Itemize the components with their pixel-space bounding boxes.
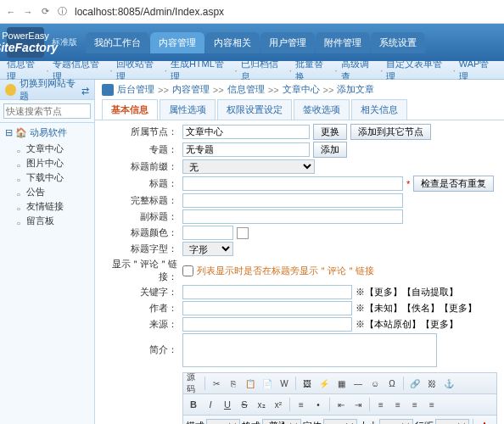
add-button[interactable]: 添加: [313, 142, 347, 158]
ul-icon[interactable]: •: [311, 397, 326, 412]
label-keyword: 关键字：: [102, 286, 182, 298]
node-input[interactable]: [182, 125, 310, 139]
formtab-related[interactable]: 相关信息: [351, 99, 407, 120]
special-icon[interactable]: Ω: [384, 376, 400, 391]
back-icon[interactable]: ←: [5, 6, 17, 18]
bold-icon[interactable]: B: [186, 397, 201, 412]
titlecolor-input[interactable]: [182, 226, 233, 240]
special-input[interactable]: [182, 142, 310, 157]
align-justify-icon[interactable]: ≡: [424, 397, 440, 412]
tab-content-manage[interactable]: 内容管理: [150, 32, 204, 53]
lineheight-select[interactable]: [435, 419, 469, 425]
copy-icon[interactable]: ⎘: [226, 376, 241, 391]
label-subtitle: 副标题：: [102, 210, 182, 223]
sub-icon[interactable]: x₂: [254, 397, 269, 412]
sidebar-header[interactable]: 切换到网站专题 ⇄: [0, 80, 94, 100]
source-actions[interactable]: ※【本站原创】【更多】: [356, 318, 458, 331]
textcolor-icon[interactable]: A: [477, 418, 492, 424]
keyword-input[interactable]: [182, 285, 352, 299]
bc-article[interactable]: 文章中心: [283, 83, 320, 96]
tab-user-manage[interactable]: 用户管理: [260, 32, 315, 53]
align-center-icon[interactable]: ≡: [390, 397, 406, 412]
submenu-survey[interactable]: 高级调查: [341, 58, 378, 83]
bc-info[interactable]: 信息管理: [227, 83, 265, 96]
switch-icon[interactable]: ⇄: [81, 86, 89, 94]
tab-system[interactable]: 系统设置: [371, 32, 425, 53]
ol-icon[interactable]: ≡: [294, 397, 309, 412]
tab-workbench[interactable]: 我的工作台: [86, 32, 149, 53]
checkdup-button[interactable]: 检查是否有重复: [413, 176, 494, 192]
align-right-icon[interactable]: ≡: [407, 397, 423, 412]
source-icon[interactable]: 源码: [186, 376, 201, 391]
main-nav-tabs: 我的工作台 内容管理 内容相关 用户管理 附件管理 系统设置: [86, 32, 425, 53]
tab-content-related[interactable]: 内容相关: [205, 32, 260, 53]
color-swatch[interactable]: [237, 227, 249, 239]
bc-content[interactable]: 内容管理: [172, 83, 210, 96]
hr-icon[interactable]: —: [350, 376, 366, 391]
underline-icon[interactable]: U: [220, 397, 235, 412]
addother-button[interactable]: 添加到其它节点: [350, 124, 431, 140]
tree-download[interactable]: ▫下载中心: [5, 170, 89, 185]
tab-attachment[interactable]: 附件管理: [316, 32, 370, 53]
paste-word-icon[interactable]: W: [277, 376, 292, 391]
tree-root[interactable]: ⊟ 🏠动易软件: [5, 126, 89, 139]
subtitle-input[interactable]: [182, 209, 403, 224]
format-select[interactable]: 普通: [262, 419, 301, 425]
flash-icon[interactable]: ⚡: [316, 376, 332, 391]
submenu-form[interactable]: 自定义表单管理: [386, 58, 450, 83]
submenu-recycle[interactable]: 回收站管理: [116, 58, 161, 83]
reload-icon[interactable]: ⟳: [39, 6, 51, 18]
submenu-wap[interactable]: WAP管理: [459, 58, 497, 83]
align-left-icon[interactable]: ≡: [373, 397, 389, 412]
mode-select[interactable]: [206, 419, 240, 425]
fulltitle-input[interactable]: [182, 193, 403, 208]
submenu-archive[interactable]: 已归档信息: [241, 58, 286, 83]
tree-article[interactable]: ▫文章中心: [5, 142, 89, 156]
tree-image[interactable]: ▫图片中心: [5, 156, 89, 170]
paste-icon[interactable]: 📋: [243, 376, 258, 391]
showcomment-text: 列表显示时是否在标题旁显示＂评论＂链接: [197, 265, 374, 277]
emoji-icon[interactable]: ☺: [367, 376, 383, 391]
formtab-sign[interactable]: 签收选项: [294, 99, 350, 120]
link-icon[interactable]: 🔗: [407, 376, 423, 391]
author-input[interactable]: [182, 301, 352, 315]
font-label: 字体: [303, 420, 322, 425]
paste-text-icon[interactable]: 📄: [260, 376, 275, 391]
source-input[interactable]: [182, 317, 352, 332]
strike-icon[interactable]: S: [237, 397, 252, 412]
author-actions[interactable]: ※【未知】【佚名】【更多】: [356, 302, 477, 315]
submenu-replace[interactable]: 批量替换: [295, 58, 332, 83]
url-input[interactable]: [73, 4, 499, 20]
forward-icon[interactable]: →: [22, 6, 34, 18]
font-select[interactable]: [323, 419, 357, 425]
cut-icon[interactable]: ✂: [209, 376, 224, 391]
intro-textarea[interactable]: [182, 333, 437, 367]
showcomment-checkbox[interactable]: [182, 265, 193, 276]
keyword-actions[interactable]: ※【更多】【自动提取】: [356, 286, 458, 298]
logo-badge: PowerEasy SiteFactory: [7, 27, 44, 58]
table-icon[interactable]: ▦: [333, 376, 349, 391]
sup-icon[interactable]: x²: [271, 397, 286, 412]
tree-notice[interactable]: ▫公告: [5, 185, 89, 199]
indent-icon[interactable]: ⇥: [350, 397, 366, 412]
formtab-perm[interactable]: 权限设置设定: [217, 99, 292, 120]
tree-links[interactable]: ▫友情链接: [5, 199, 89, 214]
formtab-basic[interactable]: 基本信息: [102, 99, 158, 120]
tree-label: 下载中心: [26, 171, 64, 184]
italic-icon[interactable]: I: [203, 397, 218, 412]
image-icon[interactable]: 🖼: [300, 376, 315, 391]
submenu-html[interactable]: 生成HTML管理: [171, 58, 232, 83]
change-button[interactable]: 更换: [313, 124, 347, 140]
size-select[interactable]: [379, 419, 413, 425]
anchor-icon[interactable]: ⚓: [441, 376, 456, 391]
formtab-attr[interactable]: 属性选项: [160, 99, 216, 120]
node-search-input[interactable]: [3, 103, 91, 119]
tree-guestbook[interactable]: ▫留言板: [5, 214, 89, 228]
outdent-icon[interactable]: ⇤: [333, 397, 349, 412]
prefix-select[interactable]: 无: [182, 159, 315, 174]
bc-admin[interactable]: 后台管理: [117, 83, 154, 96]
label-titlefont: 标题字型：: [102, 243, 182, 255]
unlink-icon[interactable]: ⛓: [424, 376, 440, 391]
title-input[interactable]: [182, 176, 403, 191]
titlefont-select[interactable]: 字形: [182, 242, 233, 256]
